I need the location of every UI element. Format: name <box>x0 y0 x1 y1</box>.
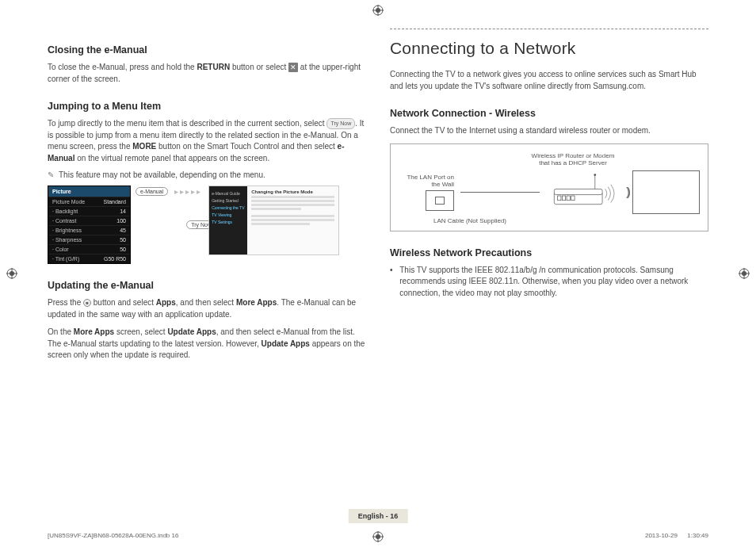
svg-point-7 <box>742 271 746 276</box>
footer-file: [UN85S9VF-ZA]BN68-05628A-00ENG.indb 16 <box>48 532 178 539</box>
jumping-paragraph: To jump directly to the menu item that i… <box>48 118 366 164</box>
picture-menu-title: Picture <box>48 186 130 197</box>
close-icon: ✕ <box>288 63 298 72</box>
label: · Backlight <box>52 208 78 214</box>
wall-port-label: The LAN Port on the Wall <box>399 174 454 189</box>
registration-mark-icon <box>6 268 17 279</box>
footer-meta: [UN85S9VF-ZA]BN68-05628A-00ENG.indb 16 2… <box>48 532 708 539</box>
text: More Apps <box>236 298 277 307</box>
picture-menu-mock: Picture Picture ModeStandard · Backlight… <box>48 186 131 264</box>
svg-point-5 <box>10 271 14 276</box>
wifi-wave-icon: ))) <box>626 186 628 198</box>
text: On the <box>48 327 74 336</box>
page-title: Connecting to a Network <box>390 39 708 58</box>
sidebar-item: TV Viewing <box>212 211 245 218</box>
text: screen, select <box>114 327 167 336</box>
sidebar-item: Connecting the TV <box>212 204 245 211</box>
wireless-paragraph: Connect the TV to the Internet using a s… <box>390 125 708 137</box>
router-diagram: Wireless IP Router or Modem that has a D… <box>390 143 708 231</box>
label: Picture Mode <box>52 199 85 205</box>
text: RETURN <box>197 63 230 71</box>
emanual-body-title: Changing the Picture Mode <box>251 189 334 194</box>
label: · Color <box>52 247 69 252</box>
value: 50 <box>120 237 126 243</box>
emanual-figure: Picture Picture ModeStandard · Backlight… <box>48 186 366 264</box>
emanual-sidebar: e-Manual Guide Getting Started Connectin… <box>209 186 247 254</box>
text: MORE <box>132 142 156 151</box>
svg-rect-9 <box>554 189 602 195</box>
note-icon: ✎ <box>48 170 54 179</box>
router-label: Wireless IP Router or Modem that has a D… <box>446 152 700 167</box>
value: 50 <box>120 247 126 252</box>
text: Apps <box>156 298 176 307</box>
heading-wireless: Network Connection - Wireless <box>390 108 708 119</box>
value: G50 R50 <box>104 256 126 262</box>
updating-p2: On the More Apps screen, select Update A… <box>48 327 366 361</box>
try-now-icon: Try Now <box>326 118 355 129</box>
sidebar-item: TV Settings <box>212 218 245 225</box>
heading-updating: Updating the e-Manual <box>48 280 366 291</box>
text: To jump directly to the menu item that i… <box>48 119 326 128</box>
text: More Apps <box>74 327 114 336</box>
svg-point-11 <box>594 174 596 176</box>
sidebar-item: e-Manual Guide <box>212 189 245 197</box>
heading-precautions: Wireless Network Precautions <box>390 247 708 258</box>
wall-port-icon <box>426 190 454 211</box>
heading-closing: Closing the e-Manual <box>48 44 366 55</box>
label: · Brightness <box>52 228 82 233</box>
text: button or select <box>230 63 288 71</box>
text: Press the <box>48 298 83 307</box>
registration-mark-icon <box>739 268 750 279</box>
label: · Tint (G/R) <box>52 256 79 262</box>
text: button on the Smart Touch Control and th… <box>156 142 337 151</box>
left-column: Closing the e-Manual To close the e-Manu… <box>48 29 366 368</box>
cable-line <box>460 192 540 193</box>
value: 100 <box>116 218 126 224</box>
intro-text: Connecting the TV to a network gives you… <box>390 69 708 92</box>
page-number-badge: English - 16 <box>349 509 408 523</box>
text: on the virtual remote panel that appears… <box>74 154 269 163</box>
precaution-item: • This TV supports the IEEE 802.11a/b/g … <box>390 265 708 300</box>
cable-label: LAN Cable (Not Supplied) <box>414 217 525 224</box>
registration-mark-icon <box>372 5 384 16</box>
router-icon <box>546 172 621 212</box>
right-column: Connecting to a Network Connecting the T… <box>390 29 708 368</box>
arrow-dots-icon: ▸▸▸▸▸ <box>174 187 202 196</box>
value: 14 <box>120 208 126 214</box>
text: button and select <box>91 298 156 307</box>
text: Update Apps <box>167 327 216 336</box>
value: 45 <box>120 228 126 233</box>
label: · Contrast <box>52 218 76 224</box>
note: ✎ This feature may not be available, dep… <box>48 170 366 179</box>
sidebar-item: Getting Started <box>212 197 245 204</box>
label: · Sharpness <box>52 237 82 243</box>
updating-p1: Press the ■ button and select Apps, and … <box>48 297 366 320</box>
text: To close the e-Manual, press and hold th… <box>48 63 197 71</box>
emanual-body: Changing the Picture Mode <box>247 186 338 254</box>
heading-jumping: Jumping to a Menu Item <box>48 101 366 112</box>
text: Update Apps <box>262 339 310 348</box>
tv-icon <box>632 170 700 214</box>
bullet-text: This TV supports the IEEE 802.11a/b/g /n… <box>399 265 708 300</box>
emanual-page-mock: e-Manual Guide Getting Started Connectin… <box>208 186 339 255</box>
bullet-icon: • <box>390 265 393 300</box>
note-text: This feature may not be available, depen… <box>59 170 265 179</box>
text: , and then select <box>176 298 236 307</box>
smarthub-icon: ■ <box>83 299 91 307</box>
svg-point-1 <box>376 8 380 13</box>
value: Standard <box>104 199 126 205</box>
emanual-pill: e-Manual <box>136 187 168 196</box>
footer-date: 2013-10-29 1:30:49 <box>645 532 708 539</box>
page: Closing the e-Manual To close the e-Manu… <box>0 0 756 547</box>
closing-paragraph: To close the e-Manual, press and hold th… <box>48 62 366 85</box>
